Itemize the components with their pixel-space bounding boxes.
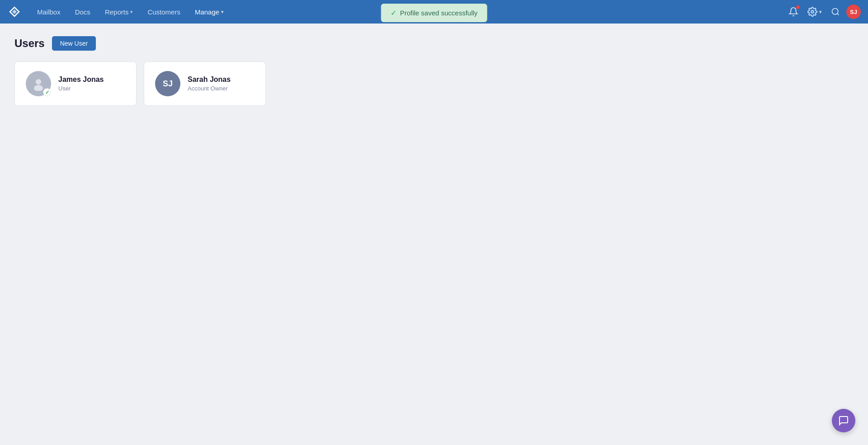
notification-badge [796, 5, 800, 9]
avatar-sarah: SJ [155, 71, 180, 96]
notifications-button[interactable] [786, 4, 801, 19]
nav-customers[interactable]: Customers [141, 5, 187, 19]
user-role-sarah: Account Owner [188, 85, 231, 92]
nav-right: ▾ SJ [786, 4, 861, 19]
user-name-sarah: Sarah Jonas [188, 76, 231, 84]
user-role-james: User [58, 85, 104, 92]
toast-message: Profile saved successfully [400, 9, 478, 17]
avatar-james: ✓ [26, 71, 51, 96]
svg-point-1 [832, 9, 838, 14]
user-info-sarah: Sarah Jonas Account Owner [188, 76, 231, 92]
nav-reports[interactable]: Reports ▾ [99, 5, 140, 19]
user-card-james[interactable]: ✓ James Jonas User [14, 62, 137, 106]
manage-chevron-icon: ▾ [221, 9, 224, 15]
top-nav: Mailbox Docs Reports ▾ Customers Manage … [0, 0, 868, 24]
reports-chevron-icon: ▾ [130, 9, 133, 15]
nav-manage[interactable]: Manage ▾ [189, 5, 230, 19]
success-toast: ✓ Profile saved successfully [381, 4, 487, 22]
chat-button[interactable] [832, 409, 855, 432]
user-name-james: James Jonas [58, 76, 104, 84]
nav-docs[interactable]: Docs [69, 5, 97, 19]
svg-point-3 [36, 79, 41, 85]
search-button[interactable] [828, 5, 843, 19]
user-info-james: James Jonas User [58, 76, 104, 92]
page-content: Users New User ✓ James Jonas User SJ Sar… [0, 24, 868, 118]
new-user-button[interactable]: New User [52, 36, 96, 51]
user-cards-list: ✓ James Jonas User SJ Sarah Jonas Accoun… [14, 62, 854, 106]
svg-line-2 [837, 14, 839, 15]
user-card-sarah[interactable]: SJ Sarah Jonas Account Owner [144, 62, 266, 106]
settings-button[interactable]: ▾ [805, 4, 825, 19]
toast-check-icon: ✓ [391, 9, 396, 17]
svg-point-4 [34, 85, 43, 91]
app-logo [7, 5, 22, 19]
user-avatar-button[interactable]: SJ [846, 5, 861, 19]
svg-point-0 [811, 10, 814, 13]
page-header: Users New User [14, 36, 854, 51]
active-check-icon: ✓ [43, 88, 51, 96]
page-title: Users [14, 37, 45, 50]
settings-chevron-icon: ▾ [819, 9, 822, 15]
nav-mailbox[interactable]: Mailbox [31, 5, 67, 19]
